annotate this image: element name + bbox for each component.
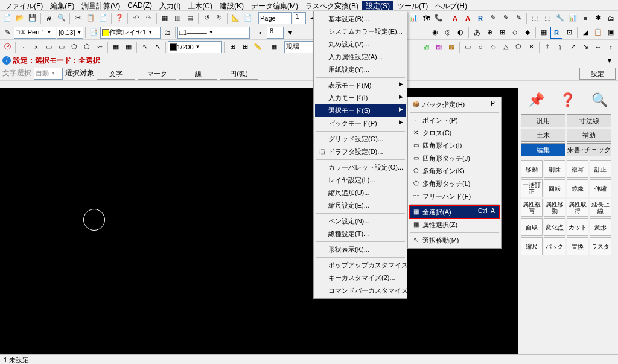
menu-item[interactable]: システムカラー設定(E)... xyxy=(315,25,406,38)
open-icon[interactable]: 📂 xyxy=(14,12,26,24)
tool-icon[interactable]: ▨ xyxy=(433,41,445,53)
attr-icon[interactable]: ▦ xyxy=(123,41,135,53)
auto-combo[interactable]: 自動▼ xyxy=(34,68,63,80)
submenu-item[interactable]: 四角形イン(I)▭ xyxy=(409,139,500,152)
menu-item[interactable]: 丸め設定(V)... xyxy=(315,38,406,51)
submenu-item[interactable]: クロス(C)✕ xyxy=(409,127,500,139)
tool-icon[interactable]: 🔧 xyxy=(554,12,566,24)
new-icon[interactable]: 📄 xyxy=(1,12,13,24)
tool-icon[interactable]: ▩ xyxy=(445,41,457,53)
tool-icon[interactable]: 📐 xyxy=(229,12,241,24)
scale-combo[interactable]: 1/200▼ xyxy=(168,41,222,53)
tool-icon[interactable]: ≡ xyxy=(579,12,591,24)
tool-icon[interactable]: ▧ xyxy=(420,41,432,53)
tool-icon[interactable]: ▥ xyxy=(171,12,183,24)
tool-icon[interactable]: ◉ xyxy=(429,27,441,39)
menu-item[interactable]: ピックモード(P)▶ xyxy=(315,117,406,130)
snap-icon[interactable]: 〰 xyxy=(94,41,106,53)
menu-7[interactable]: データ編集(M) xyxy=(247,1,302,10)
p-icon[interactable]: Ⓟ xyxy=(1,41,13,53)
rp-cell[interactable]: 一括訂正 xyxy=(521,179,543,197)
dropdown-icon[interactable]: ▼ xyxy=(604,54,616,66)
menu-item[interactable]: レイヤ設定(L)... xyxy=(315,174,406,187)
submenu-item[interactable]: 多角形イン(K)⬠ xyxy=(409,165,500,177)
page-number[interactable]: 1 xyxy=(293,12,306,24)
layer-combo[interactable]: 作業レイヤ1▼ xyxy=(100,27,161,39)
snap-icon[interactable]: ⬠ xyxy=(81,41,93,53)
menu-item[interactable]: 入力モード(I)▶ xyxy=(315,92,406,104)
menu-9[interactable]: 設定(S) xyxy=(362,1,393,10)
dropdown-icon[interactable]: ▼ xyxy=(284,27,296,39)
help-icon[interactable]: ❓ xyxy=(559,92,576,108)
rp-cell[interactable]: 属性複写 xyxy=(521,199,543,217)
tool-icon[interactable]: ⤵ xyxy=(554,41,566,53)
rp-cell[interactable]: 置換 xyxy=(567,237,588,255)
menu-item[interactable]: 選択モード(S)▶ xyxy=(315,104,406,117)
print-icon[interactable]: 🖨 xyxy=(43,12,55,24)
tool-icon[interactable]: ↕ xyxy=(605,41,617,53)
menu-0[interactable]: ファイル(F) xyxy=(1,1,46,10)
menu-item[interactable]: グリッド設定(G)... xyxy=(315,133,406,145)
preview-icon[interactable]: 🔍 xyxy=(56,12,68,24)
field-combo[interactable]: 現場 xyxy=(284,41,314,53)
rp-cell[interactable]: 回転 xyxy=(544,179,565,197)
rp-cell[interactable]: ラスタ xyxy=(590,237,611,255)
undo-icon[interactable]: ↶ xyxy=(130,12,142,24)
menu-item[interactable]: 縮尺追加(U)... xyxy=(315,187,406,199)
text-a-icon[interactable]: A xyxy=(462,12,474,24)
submenu-item[interactable]: 四角形タッチ(J)▭ xyxy=(409,152,500,165)
line-combo[interactable]: □ 1 ———▼ xyxy=(177,27,250,39)
tool-icon[interactable]: ⬚ xyxy=(541,12,553,24)
tool-icon[interactable]: ⊞ xyxy=(239,41,251,53)
search-icon[interactable]: 🔍 xyxy=(591,92,608,108)
rp-cell[interactable]: 変化点 xyxy=(544,218,565,236)
snap-icon[interactable]: ⬠ xyxy=(68,41,80,53)
rp-cell[interactable]: 削除 xyxy=(544,160,565,178)
menu-item[interactable]: 表示モード(M)▶ xyxy=(315,79,406,92)
tool-icon[interactable]: ⬚ xyxy=(529,12,541,24)
tool-icon[interactable]: ✱ xyxy=(592,12,604,24)
submenu-item[interactable]: フリーハンド(F)〰 xyxy=(409,190,500,203)
tool-icon[interactable]: ✎ xyxy=(500,12,512,24)
tool-icon[interactable]: 📊 xyxy=(407,12,419,24)
tool-icon[interactable]: ▦ xyxy=(268,41,280,53)
menu-item[interactable]: 入力属性設定(A)... xyxy=(315,51,406,63)
tool-icon[interactable]: ⊞ xyxy=(226,41,238,53)
submenu-item[interactable]: 多角形タッチ(L)⬠ xyxy=(409,177,500,190)
tool-icon[interactable]: ◇ xyxy=(509,27,521,39)
rp-tab[interactable]: 補助 xyxy=(567,129,611,142)
grid-icon[interactable]: ⊞ xyxy=(496,27,508,39)
rp-cell[interactable]: 縮尺 xyxy=(521,237,543,255)
menu-1[interactable]: 編集(E) xyxy=(46,1,78,10)
tool-icon[interactable]: ◢ xyxy=(579,27,591,39)
rp-cell[interactable]: 面取 xyxy=(521,218,543,236)
tool-icon[interactable]: ⤴ xyxy=(541,41,553,53)
rp-cell[interactable]: 属性移動 xyxy=(544,199,565,217)
tool-icon[interactable]: ▣ xyxy=(605,27,617,39)
tool-icon[interactable]: 📞 xyxy=(433,12,445,24)
copy-icon[interactable]: 📋 xyxy=(84,12,97,24)
rp-cell[interactable]: 鏡像 xyxy=(567,179,588,197)
tool-icon[interactable]: ◇ xyxy=(487,41,499,53)
num-input[interactable]: 8 xyxy=(267,27,284,39)
tool-icon[interactable]: ◎ xyxy=(442,27,454,39)
menu-item[interactable]: カラーパレット設定(O)... xyxy=(315,161,406,174)
menu-item[interactable]: ドラフタ設定(D)...⬚ xyxy=(315,145,406,158)
settings-button[interactable]: 設定 xyxy=(579,68,616,80)
rp-cell[interactable]: 移動 xyxy=(521,160,543,178)
submenu-item[interactable]: 属性選択(Z)▦ xyxy=(409,219,500,231)
tool-icon[interactable]: △ xyxy=(500,41,512,53)
cursor-icon[interactable]: ↖ xyxy=(139,41,151,53)
icon[interactable]: • xyxy=(254,27,266,39)
tool-icon[interactable]: 📋 xyxy=(592,27,604,39)
menu-6[interactable]: 建設(K) xyxy=(216,1,247,10)
redo-icon[interactable]: ↷ xyxy=(142,12,154,24)
pin-icon[interactable]: 📌 xyxy=(528,92,544,108)
menu-item[interactable]: ペン設定(N)... xyxy=(315,215,406,228)
menu-5[interactable]: 土木(C) xyxy=(184,1,216,10)
menu-3[interactable]: CAD(Z) xyxy=(124,1,156,10)
tool-icon[interactable]: ⬠ xyxy=(512,41,524,53)
menu-4[interactable]: 入力(I) xyxy=(156,1,184,10)
sheet-icon[interactable]: 📄 xyxy=(242,12,254,24)
cut-icon[interactable]: ✂ xyxy=(72,12,84,24)
